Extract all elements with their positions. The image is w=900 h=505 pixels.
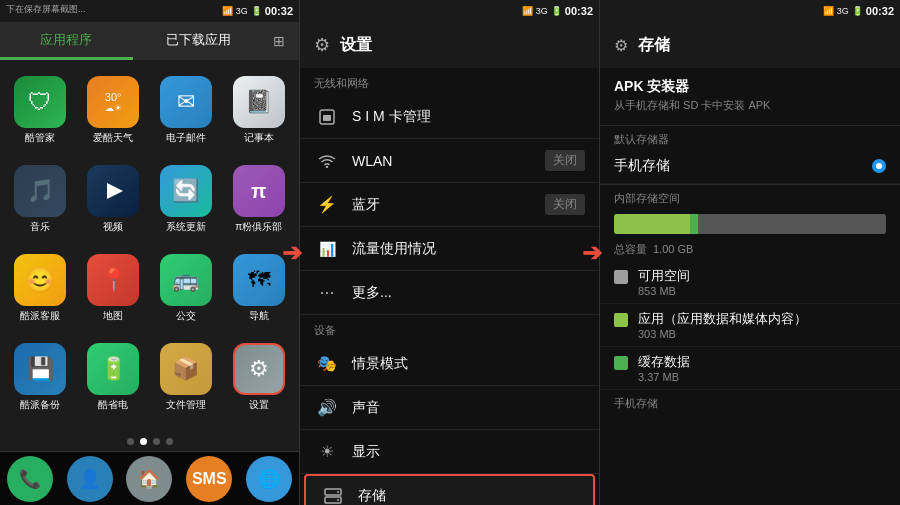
app-icon-backup: 💾 — [14, 343, 66, 395]
storage-icon — [320, 483, 346, 505]
app-icon-settings: ⚙ — [233, 343, 285, 395]
app-power[interactable]: 🔋 酷省电 — [77, 335, 150, 424]
app-service[interactable]: 😊 酷派客服 — [4, 246, 77, 335]
data-icon: 📊 — [314, 236, 340, 262]
app-icon-kuguan: 🛡 — [14, 76, 66, 128]
internal-storage-label: 内部存储空间 — [600, 185, 900, 208]
section-device-label: 设备 — [300, 315, 599, 342]
settings-item-more-text: 更多... — [352, 284, 585, 302]
dot-2 — [140, 438, 147, 445]
app-icon-memo: 📓 — [233, 76, 285, 128]
app-weather[interactable]: 30° ☁☀ 爱酷天气 — [77, 68, 150, 157]
wifi-icon — [314, 148, 340, 174]
settings-item-scene[interactable]: 🎭 情景模式 — [300, 342, 599, 386]
dot-1 — [127, 438, 134, 445]
time-3: 00:32 — [866, 5, 894, 17]
app-backup[interactable]: 💾 酷派备份 — [4, 335, 77, 424]
dock-home[interactable]: 🏠 — [126, 456, 172, 502]
app-music[interactable]: 🎵 音乐 — [4, 157, 77, 246]
storage-bar — [614, 214, 886, 234]
status-bar-3: 📶 3G 🔋 00:32 — [600, 0, 900, 22]
app-map[interactable]: 📍 地图 — [77, 246, 150, 335]
app-label-power: 酷省电 — [98, 399, 128, 411]
settings-item-display[interactable]: ☀ 显示 — [300, 430, 599, 474]
storage-bar-apps — [614, 214, 690, 234]
storage-bar-cache — [690, 214, 698, 234]
section-wireless-label: 无线和网络 — [300, 68, 599, 95]
settings-item-sim-text: S I M 卡管理 — [352, 108, 585, 126]
bottom-dock: 📞 👤 🏠 SMS 🌐 — [0, 451, 299, 505]
app-memo[interactable]: 📓 记事本 — [222, 68, 295, 157]
app-icon-update: 🔄 — [160, 165, 212, 217]
svg-point-6 — [337, 491, 339, 493]
storage-info-cache: 缓存数据 3.37 MB — [600, 347, 900, 390]
signal-icon-1: 📶 — [222, 6, 233, 16]
settings-item-storage[interactable]: 存储 — [304, 474, 595, 505]
settings-title: 设置 — [340, 35, 372, 56]
sim-icon — [314, 104, 340, 130]
app-pi[interactable]: π π粉俱乐部 — [222, 157, 295, 246]
app-icon-pi: π — [233, 165, 285, 217]
svg-marker-0 — [107, 183, 123, 199]
app-settings[interactable]: ⚙ 设置 — [222, 335, 295, 424]
storage-option-phone[interactable]: 手机存储 — [600, 149, 900, 184]
app-label-settings: 设置 — [249, 399, 269, 411]
app-kuguan[interactable]: 🛡 酷管家 — [4, 68, 77, 157]
settings-item-sound[interactable]: 🔊 声音 — [300, 386, 599, 430]
app-files[interactable]: 📦 文件管理 — [150, 335, 223, 424]
app-tabs: 应用程序 已下载应用 ⊞ — [0, 22, 299, 60]
status-bar-2: 📶 3G 🔋 00:32 — [300, 0, 599, 22]
app-drawer-panel: 下在保存屏幕截图... 📶 3G 🔋 00:32 应用程序 已下载应用 ⊞ 🛡 … — [0, 0, 300, 505]
arrow-1-to-2: ➔ — [282, 239, 302, 267]
app-video[interactable]: 视频 — [77, 157, 150, 246]
settings-panel: 📶 3G 🔋 00:32 ⚙ 设置 无线和网络 S I M 卡管理 WLAN 关… — [300, 0, 600, 505]
dot-4 — [166, 438, 173, 445]
settings-item-more[interactable]: ··· 更多... — [300, 271, 599, 315]
app-label-video: 视频 — [103, 221, 123, 233]
settings-item-scene-text: 情景模式 — [352, 355, 585, 373]
storage-bar-free — [698, 214, 886, 234]
settings-item-wlan[interactable]: WLAN 关闭 — [300, 139, 599, 183]
app-icon-video — [87, 165, 139, 217]
app-icon-weather: 30° ☁☀ — [87, 76, 139, 128]
settings-item-data[interactable]: 📊 流量使用情况 — [300, 227, 599, 271]
default-storage-label: 默认存储器 — [600, 126, 900, 149]
app-label-nav: 导航 — [249, 310, 269, 322]
wlan-badge: 关闭 — [545, 150, 585, 171]
dock-sms[interactable]: SMS — [186, 456, 232, 502]
app-bus[interactable]: 🚌 公交 — [150, 246, 223, 335]
tab-all-apps[interactable]: 应用程序 — [0, 22, 133, 60]
sound-icon: 🔊 — [314, 395, 340, 421]
svg-rect-2 — [323, 115, 331, 121]
dock-phone[interactable]: 📞 — [7, 456, 53, 502]
settings-item-sim[interactable]: S I M 卡管理 — [300, 95, 599, 139]
app-icon-service: 😊 — [14, 254, 66, 306]
settings-item-bt[interactable]: ⚡ 蓝牙 关闭 — [300, 183, 599, 227]
apps-content: 应用（应用数据和媒体内容） 303 MB — [638, 310, 886, 340]
bluetooth-icon: ⚡ — [314, 192, 340, 218]
tab-downloaded-apps[interactable]: 已下载应用 — [133, 22, 266, 60]
cache-title: 缓存数据 — [638, 353, 886, 371]
storage-panel: 📶 3G 🔋 00:32 ⚙ 存储 APK 安装器 从手机存储和 SD 卡中安装… — [600, 0, 900, 505]
total-label: 总容量 — [614, 242, 647, 257]
app-label-bus: 公交 — [176, 310, 196, 322]
radio-selected — [872, 159, 886, 173]
app-label-memo: 记事本 — [244, 132, 274, 144]
total-row: 总容量 1.00 GB — [600, 240, 900, 261]
grid-icon[interactable]: ⊞ — [265, 30, 293, 52]
dock-browser[interactable]: 🌐 — [246, 456, 292, 502]
app-email[interactable]: ✉ 电子邮件 — [150, 68, 223, 157]
settings-item-data-text: 流量使用情况 — [352, 240, 585, 258]
app-label-weather: 爱酷天气 — [93, 132, 133, 144]
bt-badge: 关闭 — [545, 194, 585, 215]
cache-content: 缓存数据 3.37 MB — [638, 353, 886, 383]
svg-point-7 — [337, 499, 339, 501]
app-icon-power: 🔋 — [87, 343, 139, 395]
dock-contacts[interactable]: 👤 — [67, 456, 113, 502]
app-update[interactable]: 🔄 系统更新 — [150, 157, 223, 246]
app-label-music: 音乐 — [30, 221, 50, 233]
app-label-update: 系统更新 — [166, 221, 206, 233]
page-dots — [0, 432, 299, 451]
settings-item-display-text: 显示 — [352, 443, 585, 461]
settings-header: ⚙ 设置 — [300, 22, 599, 68]
